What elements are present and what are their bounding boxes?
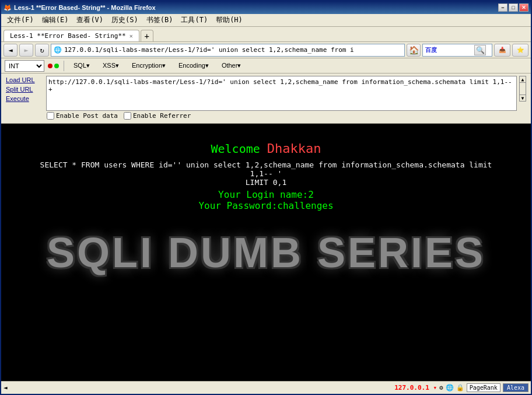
logo-area: SQLI DUMB SERIES — [47, 229, 485, 277]
enable-referrer-text: Enable Referrer — [133, 112, 191, 120]
ip-display: 127.0.0.1 ▾ — [394, 384, 437, 391]
statusbar: ◄ 127.0.0.1 ▾ ⚙ 🌐 🔒 PageRank Alexa — [1, 381, 531, 394]
forward-button[interactable]: ► — [19, 44, 33, 57]
other-menu[interactable]: Other▾ — [217, 61, 246, 70]
logo-text: SQLI DUMB SERIES — [47, 229, 485, 277]
enable-post-checkbox[interactable] — [47, 112, 54, 120]
url-scrollbar: ▲ ▼ — [519, 76, 526, 102]
toolbar-separator-1 — [64, 61, 64, 71]
menu-view[interactable]: 查看(V) — [73, 14, 107, 26]
scroll-down-button[interactable]: ▼ — [519, 95, 526, 102]
tabbar: Less-1 **Error Based- String** ✕ + — [1, 27, 531, 42]
close-button[interactable]: ✕ — [519, 4, 528, 12]
menu-bookmarks[interactable]: 书签(B) — [143, 14, 177, 26]
url-panel: Load URL Split URL Execute http://127.0.… — [1, 74, 531, 124]
search-box: 百度 🔍 — [422, 44, 492, 57]
sidebar-icon-2[interactable]: ⭐ — [512, 44, 528, 57]
maximize-button[interactable]: □ — [509, 4, 518, 12]
address-bar: 🌐 — [51, 44, 405, 57]
sql-query-text: SELECT * FROM users WHERE id='' union se… — [40, 160, 492, 178]
address-input[interactable] — [64, 46, 402, 54]
titlebar-title: 🦊 Less-1 **Error Based- String** - Mozil… — [4, 4, 156, 12]
home-button[interactable]: 🏠 — [407, 44, 421, 57]
login-pass-line: Your Password:challenges — [198, 200, 333, 211]
sidebar-icon-1[interactable]: 📥 — [494, 44, 510, 57]
load-url-button[interactable]: Load URL — [6, 76, 44, 84]
password-value: challenges — [277, 200, 333, 211]
sql-limit-text: LIMIT 0,1 — [246, 178, 286, 187]
gear-icon: ⚙ — [439, 384, 443, 391]
encryption-menu[interactable]: Encryption▾ — [127, 61, 170, 70]
search-icon: 🔍 — [476, 46, 485, 54]
green-dot — [54, 64, 59, 68]
menu-file[interactable]: 文件(F) — [4, 14, 37, 26]
firefox-icon: 🦊 — [4, 4, 12, 12]
checkboxes-row: Enable Post data Enable Referrer — [47, 111, 526, 121]
menu-history[interactable]: 历史(S) — [108, 14, 142, 26]
pagerank-box: PageRank — [467, 383, 501, 392]
enable-post-label: Enable Post data — [47, 112, 118, 120]
alexa-box: Alexa — [503, 383, 528, 392]
menu-edit[interactable]: 编辑(E) — [38, 14, 72, 26]
reload-button[interactable]: ↻ — [35, 44, 49, 57]
tab-close-icon[interactable]: ✕ — [130, 33, 133, 39]
injection-type-select[interactable]: INT STRING — [5, 60, 44, 72]
baidu-logo: 百度 — [425, 46, 437, 54]
back-button[interactable]: ◄ — [4, 44, 18, 57]
lock-icon: 🔒 — [456, 384, 464, 391]
enable-referrer-checkbox[interactable] — [124, 112, 131, 120]
welcome-name: Dhakkan — [267, 141, 321, 156]
status-left: ◄ — [4, 384, 8, 391]
login-info: Your Login name:2 Your Password:challeng… — [198, 189, 333, 211]
main-content: Welcome Dhakkan SELECT * FROM users WHER… — [1, 124, 531, 381]
login-name-line: Your Login name:2 — [198, 189, 333, 200]
menubar: 文件(F) 编辑(E) 查看(V) 历史(S) 书签(B) 工具(T) 帮助(H… — [1, 14, 531, 27]
new-tab-button[interactable]: + — [141, 30, 153, 41]
traffic-lights — [48, 64, 59, 68]
browser-tab[interactable]: Less-1 **Error Based- String** ✕ — [4, 30, 139, 41]
enable-post-text: Enable Post data — [56, 112, 118, 120]
url-panel-row: Load URL Split URL Execute http://127.0.… — [6, 76, 526, 111]
titlebar: 🦊 Less-1 **Error Based- String** - Mozil… — [1, 1, 531, 14]
status-right: 127.0.0.1 ▾ ⚙ 🌐 🔒 PageRank Alexa — [394, 383, 528, 392]
injection-toolbar: INT STRING SQL▾ XSS▾ Encryption▾ Encodin… — [1, 58, 531, 74]
encoding-menu[interactable]: Encoding▾ — [174, 61, 214, 70]
star-icon: ⭐ — [517, 47, 524, 53]
menu-help[interactable]: 帮助(H) — [212, 14, 246, 26]
page-icon: 🌐 — [54, 46, 62, 54]
download-icon: 📥 — [499, 47, 506, 53]
login-name-value: 2 — [308, 189, 314, 200]
sql-query: SELECT * FROM users WHERE id='' union se… — [33, 160, 499, 187]
url-actions: Load URL Split URL Execute — [6, 76, 44, 103]
home-icon: 🏠 — [409, 46, 419, 55]
welcome-label: Welcome — [211, 142, 260, 156]
forward-icon: ► — [24, 46, 28, 54]
tab-label: Less-1 **Error Based- String** — [10, 32, 126, 40]
navbar: ◄ ► ↻ 🌐 🏠 百度 🔍 📥 ⭐ — [1, 42, 531, 58]
window-title: Less-1 **Error Based- String** - Mozilla… — [14, 4, 156, 11]
minimize-button[interactable]: − — [498, 4, 508, 12]
globe-icon: 🌐 — [446, 384, 454, 391]
split-url-button[interactable]: Split URL — [6, 85, 44, 93]
url-textarea[interactable]: http://127.0.0.1/sqli-labs-master/Less-1… — [46, 76, 517, 111]
red-dot — [48, 64, 52, 68]
login-name-label: Your Login name: — [218, 189, 308, 200]
menu-tools[interactable]: 工具(T) — [177, 14, 211, 26]
pagerank-label: PageRank — [470, 384, 498, 391]
password-label: Your Password: — [198, 200, 277, 211]
search-button[interactable]: 🔍 — [474, 45, 486, 55]
execute-button[interactable]: Execute — [6, 95, 44, 103]
scroll-up-button[interactable]: ▲ — [519, 76, 526, 83]
alexa-label: Alexa — [507, 384, 524, 391]
sql-menu[interactable]: SQL▾ — [69, 61, 94, 70]
status-arrow-icon: ◄ — [4, 384, 8, 391]
reload-icon: ↻ — [40, 46, 44, 54]
titlebar-buttons: − □ ✕ — [498, 4, 528, 12]
search-input[interactable] — [438, 47, 473, 54]
xss-menu[interactable]: XSS▾ — [98, 61, 124, 70]
enable-referrer-label: Enable Referrer — [124, 112, 191, 120]
scroll-track — [519, 83, 526, 95]
back-icon: ◄ — [8, 46, 12, 54]
welcome-line: Welcome Dhakkan — [211, 141, 321, 156]
